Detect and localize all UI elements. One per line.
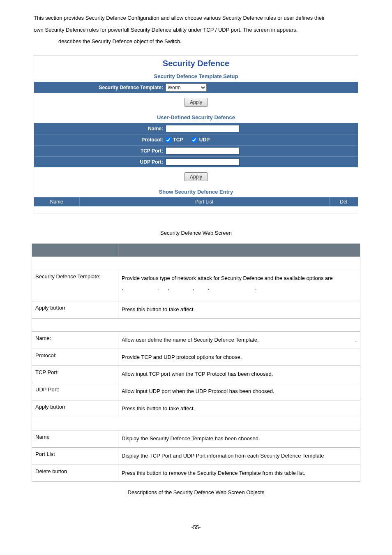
desc-template-text2: , , , , . . bbox=[122, 285, 257, 291]
udp-label: UDP bbox=[199, 137, 210, 143]
figure-caption: Security Defence Web Screen bbox=[0, 230, 392, 236]
name-input[interactable] bbox=[166, 125, 240, 132]
obj-ename: Name bbox=[32, 430, 118, 448]
desc-apply1: Press this button to take affect. bbox=[118, 301, 360, 319]
table-row: Name: Allow user define the name of Secu… bbox=[32, 331, 360, 349]
intro-text: This section provides Security Defence C… bbox=[0, 12, 392, 48]
table-row: UDP Port: Allow input UDP port when the … bbox=[32, 383, 360, 400]
intro-line2a: own Security Defence rules for powerfull… bbox=[34, 27, 277, 33]
tcp-label: TCP bbox=[173, 137, 183, 143]
intro-line1: This section provides Security Defence C… bbox=[34, 15, 325, 21]
table-row: Port List Display the TCP Port and UDP P… bbox=[32, 447, 360, 465]
obj-apply1: Apply button bbox=[32, 301, 118, 319]
desc-head-object: Object bbox=[32, 243, 118, 257]
sect3: Show Security Defence Entry bbox=[32, 417, 360, 430]
table-row: Security Defence Template: Provide vario… bbox=[32, 270, 360, 301]
table-row: Apply button Press this button to take a… bbox=[32, 400, 360, 417]
template-setup-header: Security Defence Template Setup bbox=[34, 71, 358, 82]
name-row: Name: bbox=[34, 123, 358, 134]
entry-col-name: Name bbox=[34, 197, 79, 206]
udp-checkbox[interactable] bbox=[191, 137, 197, 143]
desc-name: Allow user define the name of Security D… bbox=[118, 331, 360, 349]
desc-portlist: Display the TCP Port and UDP Port inform… bbox=[118, 447, 360, 465]
desc-template: Provide various type of network attack f… bbox=[118, 270, 360, 301]
template-row: Security Defence Template: Worm bbox=[34, 82, 358, 93]
protocol-label: Protocol: bbox=[34, 134, 166, 145]
table-row: Delete button Press this button to remov… bbox=[32, 465, 360, 482]
entry-col-portlist: Port List bbox=[79, 197, 329, 206]
obj-portlist: Port List bbox=[32, 447, 118, 465]
obj-protocol: Protocol: bbox=[32, 349, 118, 366]
entry-spacer bbox=[34, 206, 358, 213]
sect1: Security Defence Template Setup bbox=[32, 257, 360, 270]
desc-template-text: Provide various type of network attack f… bbox=[122, 275, 333, 281]
table-row: Protocol: Provide TCP and UDP protocol o… bbox=[32, 349, 360, 366]
desc-apply2: Press this button to take affect. bbox=[118, 400, 360, 417]
intro-line3: describes the Security Defence object of… bbox=[34, 38, 182, 44]
template-label: Security Defence Template: bbox=[34, 82, 166, 93]
show-entry-header: Show Security Defence Entry bbox=[34, 186, 358, 197]
apply-template-button[interactable]: Apply bbox=[184, 98, 208, 107]
table-row: Name Display the Security Defence Templa… bbox=[32, 430, 360, 448]
entry-col-del: Del bbox=[329, 197, 358, 206]
udpport-label: UDP Port: bbox=[34, 157, 166, 167]
tcpport-label: TCP Port: bbox=[34, 146, 166, 156]
obj-udpport: UDP Port: bbox=[32, 383, 118, 400]
table-row: Apply button Press this button to take a… bbox=[32, 301, 360, 319]
obj-tcpport: TCP Port: bbox=[32, 366, 118, 383]
desc-delete: Press this button to remove the Security… bbox=[118, 465, 360, 482]
desc-name-text: Allow user define the name of Security D… bbox=[122, 337, 259, 343]
entry-table: Name Port List Del bbox=[34, 197, 358, 206]
protocol-row: Protocol: TCP UDP bbox=[34, 134, 358, 145]
desc-name-tail: . bbox=[355, 335, 357, 345]
tcp-checkbox[interactable] bbox=[166, 137, 171, 143]
obj-apply2: Apply button bbox=[32, 400, 118, 417]
figure-title: Security Defence bbox=[34, 56, 358, 71]
obj-delete: Delete button bbox=[32, 465, 118, 482]
udpport-input[interactable] bbox=[166, 158, 240, 166]
security-defence-figure: Security Defence Security Defence Templa… bbox=[34, 55, 358, 213]
description-table: Object Description Security Defence Temp… bbox=[32, 243, 360, 482]
table-caption: Descriptions of the Security Defence Web… bbox=[0, 489, 392, 495]
apply-userdef-button[interactable]: Apply bbox=[184, 172, 208, 181]
desc-udpport: Allow input UDP port when the UDP Protoc… bbox=[118, 383, 360, 400]
desc-head-description: Description bbox=[118, 243, 360, 257]
page-number: -55- bbox=[0, 524, 392, 530]
desc-tcpport: Allow input TCP port when the TCP Protoc… bbox=[118, 366, 360, 383]
tcpport-input[interactable] bbox=[166, 147, 240, 155]
desc-ename: Display the Security Defence Template ha… bbox=[118, 430, 360, 448]
desc-protocol: Provide TCP and UDP protocol options for… bbox=[118, 349, 360, 366]
tcpport-row: TCP Port: bbox=[34, 145, 358, 156]
intro-line2b: appears. bbox=[277, 27, 298, 33]
sect2: User-Defined Security Defence bbox=[32, 318, 360, 331]
template-select[interactable]: Worm bbox=[166, 83, 207, 92]
obj-template: Security Defence Template: bbox=[32, 270, 118, 301]
user-defined-header: User-Defined Security Defence bbox=[34, 112, 358, 123]
udpport-row: UDP Port: bbox=[34, 156, 358, 167]
name-label: Name: bbox=[34, 123, 166, 134]
obj-name: Name: bbox=[32, 331, 118, 349]
table-row: TCP Port: Allow input TCP port when the … bbox=[32, 366, 360, 383]
